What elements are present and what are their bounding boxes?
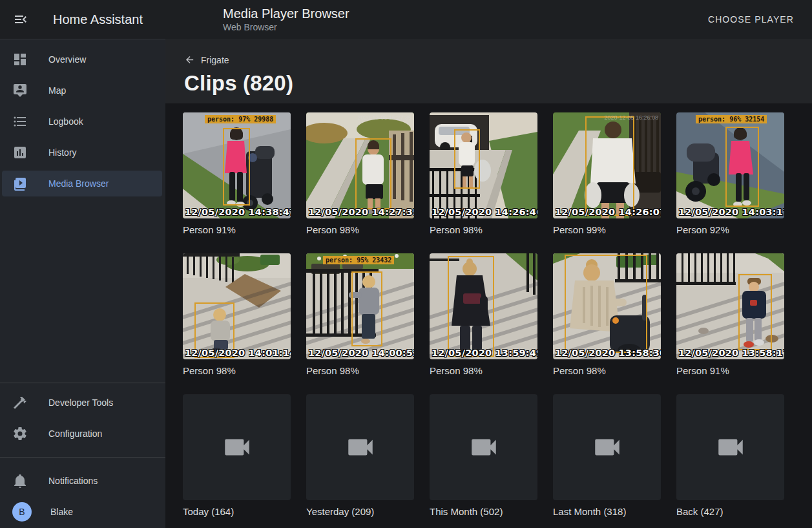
clip-tile[interactable]: 2020-12-05 16:26:0812/05/2020 14:26:07Pe… — [553, 112, 661, 235]
clip-tile[interactable]: person: 96% 3215412/05/2020 14:03:17Pers… — [676, 112, 784, 235]
gear-icon — [12, 426, 28, 441]
clip-thumbnail: person: 96% 3215412/05/2020 14:03:17 — [676, 112, 784, 218]
clip-thumbnail: person: 97% 2998812/05/2020 14:38:47 — [183, 112, 291, 218]
folder-thumbnail — [183, 394, 291, 500]
choose-player-button[interactable]: CHOOSE PLAYER — [704, 14, 798, 25]
clip-tile[interactable]: 12/05/2020 13:59:49Person 98% — [430, 253, 537, 376]
sidebar-item-label: Notifications — [48, 476, 98, 486]
sidebar-divider-top — [0, 383, 165, 383]
folder-thumbnail — [553, 394, 661, 500]
clip-thumbnail: 12/05/2020 13:58:30 — [553, 253, 661, 359]
folder-thumbnail — [306, 394, 414, 500]
folder-tile-last-month-318[interactable]: Last Month (318) — [553, 394, 661, 517]
sidebar-item-overview[interactable]: Overview — [2, 47, 162, 72]
page-title: Clips (820) — [184, 71, 812, 96]
folder-label: Back (427) — [676, 506, 784, 517]
folder-tile-yesterday-209[interactable]: Yesterday (209) — [306, 394, 414, 517]
breadcrumb-label: Frigate — [201, 55, 229, 65]
folder-label: This Month (502) — [430, 506, 537, 517]
sidebar-nav-list: OverviewMapLogbookHistoryMedia Browser — [0, 39, 165, 196]
sidebar-divider-bottom — [0, 457, 165, 458]
sidebar-item-logbook[interactable]: Logbook — [2, 109, 162, 134]
menu-open-icon — [13, 12, 28, 27]
clip-tile[interactable]: 12/05/2020 13:58:30Person 98% — [553, 253, 661, 376]
history-icon — [12, 145, 28, 160]
sidebar-header: Home Assistant — [0, 4, 165, 35]
folder-label: Today (164) — [183, 506, 291, 517]
camera-snapshot-image — [306, 253, 414, 359]
folder-label: Yesterday (209) — [306, 506, 414, 517]
developer-tools-icon — [12, 395, 28, 410]
sidebar-footer-group: NotificationsBBlake — [0, 468, 165, 528]
camera-snapshot-image — [183, 112, 291, 218]
clip-caption: Person 91% — [183, 224, 291, 235]
camera-snapshot-image — [553, 253, 661, 359]
sidebar-item-label: Overview — [48, 54, 86, 65]
camera-snapshot-image — [430, 112, 537, 218]
arrow-left-icon — [184, 54, 195, 65]
clip-thumbnail: 2020-12-05 16:27:3512/05/2020 14:27:35 — [306, 112, 414, 218]
media-browser-icon — [12, 176, 28, 191]
dashboard-icon — [12, 52, 28, 67]
top-app-bar: Home Assistant Media Player Browser Web … — [0, 0, 812, 39]
logbook-icon — [12, 114, 28, 129]
sidebar-item-label: History — [48, 147, 77, 158]
clip-tile[interactable]: 12/05/2020 14:01:14Person 98% — [183, 253, 291, 376]
clip-tile[interactable]: person: 97% 2998812/05/2020 14:38:47Pers… — [183, 112, 291, 235]
media-grid: person: 97% 2998812/05/2020 14:38:47Pers… — [165, 103, 812, 528]
folder-label: Last Month (318) — [553, 506, 661, 517]
sidebar: OverviewMapLogbookHistoryMedia Browser D… — [0, 39, 165, 528]
videocam-icon — [468, 431, 500, 463]
clip-caption: Person 98% — [183, 365, 291, 376]
clip-thumbnail: 12/05/2020 14:01:14 — [183, 253, 291, 359]
clip-tile[interactable]: 12/05/2020 13:58:17Person 91% — [676, 253, 784, 376]
sidebar-item-history[interactable]: History — [2, 140, 162, 165]
videocam-icon — [714, 431, 747, 463]
panel-subtitle: Web Browser — [223, 22, 349, 32]
sidebar-tools-group: Developer ToolsConfiguration — [0, 390, 165, 452]
sidebar-item-notifications[interactable]: Notifications — [2, 468, 162, 494]
camera-snapshot-image — [183, 253, 291, 359]
videocam-icon — [591, 431, 623, 463]
camera-snapshot-image — [676, 253, 784, 359]
folder-tile-this-month-502[interactable]: This Month (502) — [430, 394, 537, 517]
sidebar-item-label: Developer Tools — [48, 397, 113, 408]
clip-tile[interactable]: 12/05/2020 14:26:46Person 98% — [430, 112, 537, 235]
folder-tile-back-427[interactable]: Back (427) — [676, 394, 784, 517]
panel-title: Media Player Browser — [223, 6, 349, 21]
panel-title-group: Media Player Browser Web Browser — [223, 6, 349, 32]
sidebar-item-developer-tools[interactable]: Developer Tools — [2, 390, 162, 416]
media-browser-header: Frigate Clips (820) — [165, 39, 812, 103]
profile-name: Blake — [50, 507, 73, 517]
clip-thumbnail: 2020-12-05 16:26:0812/05/2020 14:26:07 — [553, 112, 661, 218]
sidebar-item-configuration[interactable]: Configuration — [2, 421, 162, 447]
folder-thumbnail — [676, 394, 784, 500]
sidebar-item-profile[interactable]: BBlake — [2, 499, 162, 525]
clip-thumbnail: person: 95% 2343212/05/2020 14:00:52 — [306, 253, 414, 359]
sidebar-item-media-browser[interactable]: Media Browser — [2, 171, 162, 196]
sidebar-toggle-button[interactable] — [5, 4, 36, 35]
camera-snapshot-image — [430, 253, 537, 359]
app-title: Home Assistant — [53, 12, 143, 27]
clip-thumbnail: 12/05/2020 13:58:17 — [676, 253, 784, 359]
clip-thumbnail: 12/05/2020 14:26:46 — [430, 112, 537, 218]
clip-tile[interactable]: 2020-12-05 16:27:3512/05/2020 14:27:35Pe… — [306, 112, 414, 235]
videocam-icon — [221, 431, 253, 463]
clip-caption: Person 98% — [553, 365, 661, 376]
folder-tile-today-164[interactable]: Today (164) — [183, 394, 291, 517]
sidebar-item-map[interactable]: Map — [2, 78, 162, 103]
clip-caption: Person 98% — [430, 224, 537, 235]
sidebar-item-label: Map — [48, 85, 66, 96]
clip-caption: Person 99% — [553, 224, 661, 235]
media-browser-panel: Frigate Clips (820) person: 97% 2998812/… — [165, 39, 812, 528]
bell-icon — [12, 473, 28, 489]
clip-thumbnail: 12/05/2020 13:59:49 — [430, 253, 537, 359]
folder-thumbnail — [430, 394, 537, 500]
breadcrumb[interactable]: Frigate — [184, 39, 229, 65]
sidebar-item-label: Media Browser — [48, 178, 109, 189]
clip-caption: Person 98% — [430, 365, 537, 376]
clip-caption: Person 92% — [676, 224, 784, 235]
clip-tile[interactable]: person: 95% 2343212/05/2020 14:00:52Pers… — [306, 253, 414, 376]
sidebar-item-label: Configuration — [48, 428, 102, 439]
clip-caption: Person 91% — [676, 365, 784, 376]
